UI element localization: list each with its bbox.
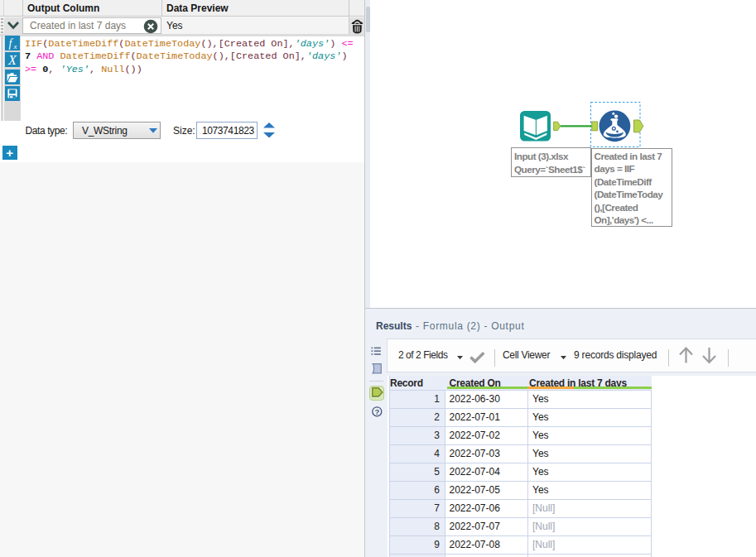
- svg-text:?: ?: [374, 407, 379, 416]
- svg-text:X: X: [7, 53, 17, 67]
- svg-text:x: x: [12, 42, 17, 50]
